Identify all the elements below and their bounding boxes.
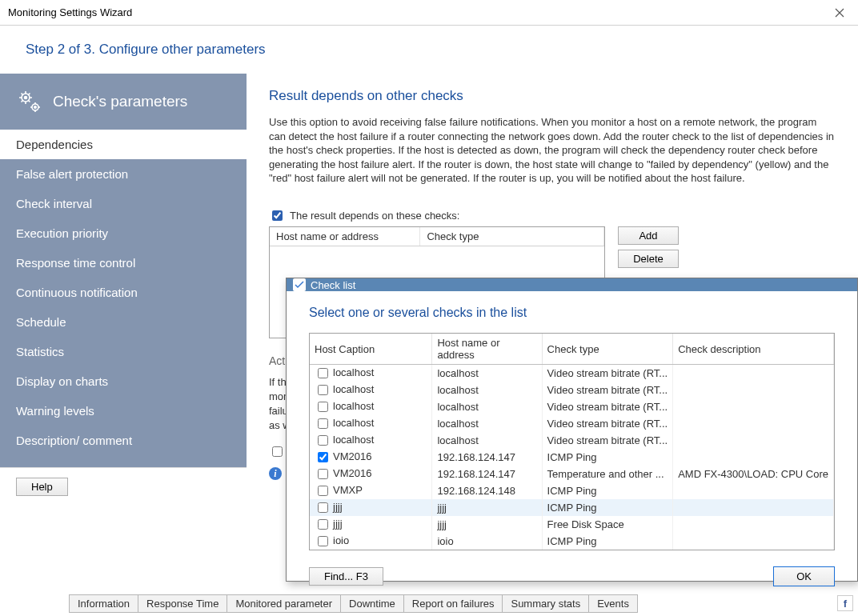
depends-on-checkbox[interactable]: [272, 210, 283, 221]
sidebar-item-response-time-control[interactable]: Response time control: [0, 248, 247, 278]
grid-cell-type: Video stream bitrate (RT...: [542, 432, 673, 449]
grid-cell-caption: ioio: [333, 534, 349, 546]
grid-row-checkbox[interactable]: [318, 536, 328, 546]
dialog-app-icon: [293, 278, 306, 291]
grid-cell-host: localhost: [432, 398, 542, 415]
titlebar: Monitoring Settings Wizard: [0, 0, 858, 26]
grid-row[interactable]: localhostlocalhostVideo stream bitrate (…: [310, 382, 834, 398]
tab-information[interactable]: Information: [69, 594, 138, 613]
grid-row-checkbox[interactable]: [318, 469, 328, 479]
info-icon: i: [269, 467, 282, 480]
sidebar-item-display-on-charts[interactable]: Display on charts: [0, 366, 247, 396]
step-heading: Step 2 of 3. Configure other parameters: [0, 26, 858, 74]
grid-row-checkbox[interactable]: [318, 502, 328, 513]
grid-cell-type: ICMP Ping: [542, 499, 673, 516]
ok-button[interactable]: OK: [773, 566, 835, 586]
grid-row[interactable]: localhostlocalhostVideo stream bitrate (…: [310, 415, 834, 432]
grid-cell-caption: localhost: [333, 400, 374, 412]
dialog-title: Check list: [311, 279, 355, 291]
grid-cell-host: localhost: [432, 365, 542, 382]
help-button[interactable]: Help: [16, 478, 68, 496]
wizard-window: Monitoring Settings Wizard Step 2 of 3. …: [0, 0, 858, 616]
sidebar-item-dependencies[interactable]: Dependencies: [0, 130, 247, 159]
check-list-dialog: Check list Select one or several checks …: [286, 278, 858, 582]
grid-row[interactable]: VM2016192.168.124.147Temperature and oth…: [310, 466, 834, 482]
grid-row-checkbox[interactable]: [318, 402, 328, 412]
sidebar-item-false-alert-protection[interactable]: False alert protection: [0, 159, 247, 189]
grid-cell-desc: [673, 482, 834, 499]
delete-button[interactable]: Delete: [618, 250, 679, 268]
grid-cell-caption: localhost: [333, 434, 374, 446]
grid-row-checkbox[interactable]: [318, 385, 328, 395]
grid-row[interactable]: jjjjjjjjFree Disk Space: [310, 516, 834, 533]
grid-cell-desc: [673, 415, 834, 432]
dialog-heading: Select one or several checks in the list: [309, 306, 835, 320]
grid-col-desc[interactable]: Check description: [673, 334, 834, 365]
section-title: Result depends on other checks: [269, 88, 836, 104]
grid-cell-caption: VM2016: [333, 467, 371, 479]
sidebar-item-statistics[interactable]: Statistics: [0, 337, 247, 366]
grid-row[interactable]: VMXP192.168.124.148ICMP Ping: [310, 482, 834, 499]
grid-cell-desc: [673, 365, 834, 382]
grid-row[interactable]: jjjjjjjjICMP Ping: [310, 499, 834, 516]
grid-cell-host: ioio: [432, 533, 542, 550]
grid-col-caption[interactable]: Host Caption: [310, 334, 432, 365]
sidebar-item-continuous-notification[interactable]: Continuous notification: [0, 278, 247, 307]
sidebar-item-execution-priority[interactable]: Execution priority: [0, 218, 247, 248]
close-button[interactable]: [821, 0, 858, 26]
dep-col-host[interactable]: Host name or address: [270, 227, 420, 246]
depends-on-checkbox-row[interactable]: The result depends on these checks:: [269, 208, 836, 223]
grid-cell-desc: [673, 382, 834, 398]
dependency-buttons: Add Delete: [618, 226, 679, 268]
section-description: Use this option to avoid receiving false…: [269, 115, 836, 186]
grid-cell-type: ICMP Ping: [542, 533, 673, 550]
grid-row[interactable]: ioioioioICMP Ping: [310, 533, 834, 550]
dialog-titlebar: Check list: [287, 278, 857, 291]
dep-col-type[interactable]: Check type: [420, 227, 604, 246]
grid-cell-type: Video stream bitrate (RT...: [542, 398, 673, 415]
grid-cell-host: jjjj: [432, 499, 542, 516]
sidebar-item-schedule[interactable]: Schedule: [0, 307, 247, 337]
facebook-icon[interactable]: f: [837, 595, 853, 611]
tab-response-time[interactable]: Response Time: [138, 594, 227, 613]
add-button[interactable]: Add: [618, 226, 679, 245]
grid-col-type[interactable]: Check type: [542, 334, 673, 365]
grid-cell-host: 192.168.124.147: [432, 466, 542, 482]
grid-cell-type: ICMP Ping: [542, 482, 673, 499]
sidebar-item-description-comment[interactable]: Description/ comment: [0, 426, 247, 455]
grid-cell-desc: [673, 449, 834, 466]
grid-cell-desc: [673, 499, 834, 516]
close-icon: [835, 8, 844, 18]
grid-cell-caption: VMXP: [333, 484, 363, 496]
grid-cell-type: Video stream bitrate (RT...: [542, 382, 673, 398]
grid-row-checkbox[interactable]: [318, 519, 328, 530]
grid-cell-host: localhost: [432, 432, 542, 449]
grid-cell-desc: [673, 533, 834, 550]
grid-col-host[interactable]: Host name or address: [432, 334, 542, 365]
svg-point-3: [34, 106, 36, 108]
grid-row-checkbox[interactable]: [318, 418, 328, 429]
grid-row[interactable]: localhostlocalhostVideo stream bitrate (…: [310, 398, 834, 415]
grid-cell-type: ICMP Ping: [542, 449, 673, 466]
grid-row[interactable]: localhostlocalhostVideo stream bitrate (…: [310, 365, 834, 382]
grid-cell-desc: [673, 516, 834, 533]
check-list-grid[interactable]: Host Caption Host name or address Check …: [309, 333, 835, 550]
find-button[interactable]: Find... F3: [309, 567, 383, 586]
grid-cell-desc: AMD FX-4300\LOAD: CPU Core: [673, 466, 834, 482]
grid-row-checkbox[interactable]: [318, 435, 328, 446]
grid-row[interactable]: localhostlocalhostVideo stream bitrate (…: [310, 432, 834, 449]
sidebar-item-check-interval[interactable]: Check interval: [0, 189, 247, 218]
sidebar-title: Check's parameters: [53, 93, 187, 110]
grid-cell-desc: [673, 398, 834, 415]
grid-cell-type: Video stream bitrate (RT...: [542, 365, 673, 382]
grid-row-checkbox[interactable]: [318, 486, 328, 496]
use-checkbox[interactable]: [272, 446, 283, 457]
grid-cell-caption: jjjj: [333, 518, 343, 530]
sidebar-item-warning-levels[interactable]: Warning levels: [0, 396, 247, 426]
svg-point-1: [25, 97, 27, 99]
depends-on-label: The result depends on these checks:: [290, 210, 459, 222]
grid-row-checkbox[interactable]: [318, 452, 328, 462]
grid-row-checkbox[interactable]: [318, 368, 328, 378]
grid-row[interactable]: VM2016192.168.124.147ICMP Ping: [310, 449, 834, 466]
grid-cell-host: localhost: [432, 382, 542, 398]
